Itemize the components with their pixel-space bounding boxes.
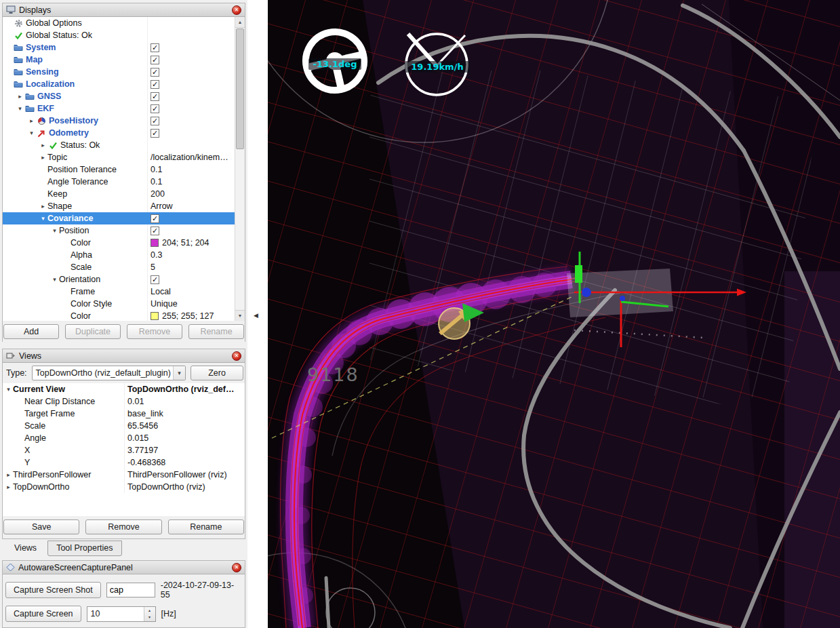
expand-row-icon[interactable]: ▸ xyxy=(39,139,47,151)
close-icon[interactable]: ✕ xyxy=(232,563,241,572)
tree-row-topdownortho[interactable]: ▸TopDownOrthoTopDownOrtho (rviz) xyxy=(3,481,245,493)
row-value-text[interactable]: 5 xyxy=(151,261,155,273)
collapse-row-icon[interactable]: ▾ xyxy=(50,273,59,286)
row-value-text[interactable]: 0.015 xyxy=(127,432,148,444)
visibility-checkbox[interactable]: ✓ xyxy=(151,117,159,125)
collapse-panel-icon[interactable]: ◀ xyxy=(254,312,258,319)
row-value-text[interactable]: 65.5456 xyxy=(127,420,158,432)
close-icon[interactable]: ✕ xyxy=(232,5,241,15)
add-button[interactable]: Add xyxy=(3,324,59,339)
spin-up-icon[interactable]: ▴ xyxy=(144,607,155,614)
duplicate-button[interactable]: Duplicate xyxy=(65,324,121,339)
row-value-text[interactable]: 0.3 xyxy=(151,249,162,261)
tree-row-covariance[interactable]: ▾Covariance✓ xyxy=(3,212,245,224)
tree-row-sensing[interactable]: Sensing✓ xyxy=(3,66,245,78)
rename-view-button[interactable]: Rename xyxy=(168,519,244,534)
visibility-checkbox[interactable]: ✓ xyxy=(151,68,159,77)
spinner-arrows[interactable]: ▴ ▾ xyxy=(144,607,155,621)
expand-row-icon[interactable]: ▸ xyxy=(16,90,24,102)
row-value-text[interactable]: -0.468368 xyxy=(127,456,165,469)
capture-panel-titlebar[interactable]: AutowareScreenCapturePanel ✕ xyxy=(3,561,245,574)
row-value-text[interactable]: base_link xyxy=(127,408,163,420)
color-swatch[interactable] xyxy=(151,239,159,247)
tree-row-map[interactable]: Map✓ xyxy=(3,54,245,66)
collapse-row-icon[interactable]: ▾ xyxy=(4,383,13,395)
visibility-checkbox[interactable]: ✓ xyxy=(151,80,159,89)
tree-row-gnss[interactable]: ▸GNSS✓ xyxy=(3,90,245,102)
tree-row-color-style[interactable]: Color StyleUnique xyxy=(3,298,245,310)
tree-row-posehistory[interactable]: ▸PoseHistory✓ xyxy=(3,115,245,127)
expand-row-icon[interactable]: ▸ xyxy=(4,469,13,481)
row-value-text[interactable]: Arrow xyxy=(151,200,173,212)
scroll-up-icon[interactable]: ▲ xyxy=(235,17,245,28)
row-value-text[interactable]: Local xyxy=(151,286,171,298)
tree-row-odometry[interactable]: ▾Odometry✓ xyxy=(3,127,245,139)
tree-row-position-tolerance[interactable]: Position Tolerance0.1 xyxy=(3,163,245,176)
close-icon[interactable]: ✕ xyxy=(232,351,241,361)
tree-row-localization[interactable]: Localization✓ xyxy=(3,78,245,90)
row-value-text[interactable]: ThirdPersonFollower (rviz) xyxy=(127,469,227,481)
tree-row-target-frame[interactable]: Target Framebase_link xyxy=(3,408,245,420)
row-value-text[interactable]: 204; 51; 204 xyxy=(162,237,209,249)
capture-prefix-input[interactable] xyxy=(106,583,155,597)
save-button[interactable]: Save xyxy=(3,519,79,534)
scroll-down-icon[interactable]: ▼ xyxy=(235,310,245,321)
tree-row-status-ok[interactable]: ▸Status: Ok xyxy=(3,139,245,151)
tree-row-angle-tolerance[interactable]: Angle Tolerance0.1 xyxy=(3,176,245,188)
row-value-text[interactable]: 255; 255; 127 xyxy=(162,310,214,321)
chevron-down-icon[interactable]: ▾ xyxy=(173,366,185,380)
tree-row-frame[interactable]: FrameLocal xyxy=(3,286,245,298)
tree-row-system[interactable]: System✓ xyxy=(3,41,245,54)
capture-rate-spinbox[interactable]: 10 ▴ ▾ xyxy=(87,606,156,622)
tree-row-current-view[interactable]: ▾Current ViewTopDownOrtho (rviz_def… xyxy=(3,383,245,395)
row-value-text[interactable]: 3.77197 xyxy=(127,444,158,456)
visibility-checkbox[interactable]: ✓ xyxy=(151,214,159,223)
rename-button[interactable]: Rename xyxy=(188,324,244,339)
scrollbar[interactable]: ▲ ▼ xyxy=(235,17,245,321)
zero-button[interactable]: Zero xyxy=(191,366,243,380)
row-value-text[interactable]: Unique xyxy=(151,298,178,310)
tree-row-global-status-ok[interactable]: Global Status: Ok xyxy=(3,29,245,41)
color-swatch[interactable] xyxy=(151,312,159,320)
tree-row-scale[interactable]: Scale5 xyxy=(3,261,245,273)
capture-screen-button[interactable]: Capture Screen xyxy=(5,606,81,622)
tree-row-position[interactable]: ▾Position✓ xyxy=(3,224,245,237)
row-value-text[interactable]: /localization/kinem… xyxy=(151,151,228,163)
row-value-text[interactable]: 0.01 xyxy=(127,395,144,408)
tree-row-scale[interactable]: Scale65.5456 xyxy=(3,420,245,432)
visibility-checkbox[interactable]: ✓ xyxy=(151,43,159,52)
tab-views[interactable]: Views xyxy=(6,541,45,555)
visibility-checkbox[interactable]: ✓ xyxy=(151,227,159,235)
collapse-row-icon[interactable]: ▾ xyxy=(39,212,47,224)
visibility-checkbox[interactable]: ✓ xyxy=(151,56,159,64)
visibility-checkbox[interactable]: ✓ xyxy=(151,129,159,138)
tree-row-angle[interactable]: Angle0.015 xyxy=(3,432,245,444)
tree-row-color[interactable]: Color255; 255; 127 xyxy=(3,310,245,321)
tree-row-near-clip-distance[interactable]: Near Clip Distance0.01 xyxy=(3,395,245,408)
view-type-dropdown[interactable]: TopDownOrtho (rviz_default_plugin) ▾ xyxy=(32,366,186,380)
remove-view-button[interactable]: Remove xyxy=(85,519,161,534)
tree-row-ekf[interactable]: ▾EKF✓ xyxy=(3,102,245,115)
expand-row-icon[interactable]: ▸ xyxy=(27,115,36,127)
expand-row-icon[interactable]: ▸ xyxy=(4,481,13,493)
tab-tool-properties[interactable]: Tool Properties xyxy=(47,541,121,556)
3d-viewport[interactable]: -13.1deg 19.19km/h 9118 xyxy=(268,0,840,628)
tree-row-shape[interactable]: ▸ShapeArrow xyxy=(3,200,245,212)
row-value-text[interactable]: TopDownOrtho (rviz) xyxy=(127,481,205,493)
row-value-text[interactable]: 0.1 xyxy=(151,176,162,188)
collapse-row-icon[interactable]: ▾ xyxy=(50,224,59,237)
expand-row-icon[interactable]: ▸ xyxy=(39,200,47,212)
tree-row-y[interactable]: Y-0.468368 xyxy=(3,456,245,469)
tree-row-x[interactable]: X3.77197 xyxy=(3,444,245,456)
tree-row-color[interactable]: Color204; 51; 204 xyxy=(3,237,245,249)
tree-row-topic[interactable]: ▸Topic/localization/kinem… xyxy=(3,151,245,163)
visibility-checkbox[interactable]: ✓ xyxy=(151,275,159,284)
remove-button[interactable]: Remove xyxy=(127,324,182,339)
spin-down-icon[interactable]: ▾ xyxy=(144,614,155,621)
collapse-row-icon[interactable]: ▾ xyxy=(27,127,36,139)
displays-panel-titlebar[interactable]: Displays ✕ xyxy=(3,3,245,17)
scroll-thumb[interactable] xyxy=(236,28,244,149)
tree-row-orientation[interactable]: ▾Orientation✓ xyxy=(3,273,245,286)
capture-screenshot-button[interactable]: Capture Screen Shot xyxy=(5,582,101,598)
tree-row-global-options[interactable]: Global Options xyxy=(3,17,245,29)
